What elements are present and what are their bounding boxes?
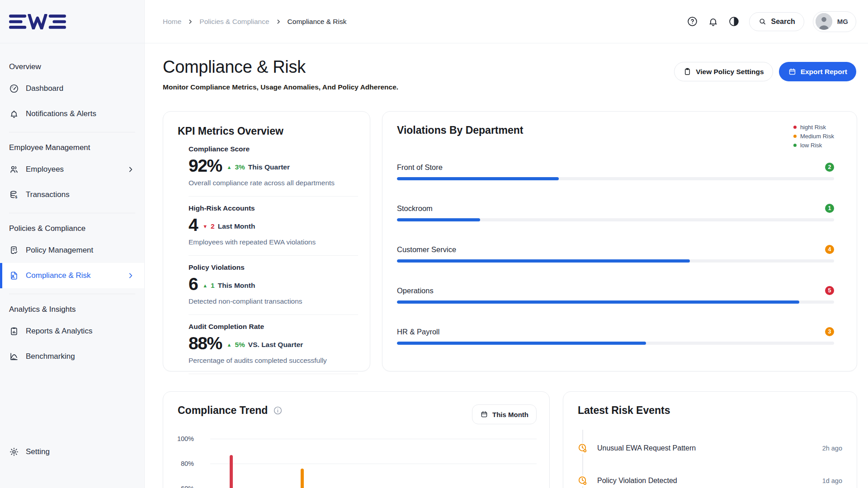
search-icon [758,17,767,26]
bar-fill [397,342,646,345]
risk-event-time: 1d ago [822,477,842,484]
kpi-card-title: KPI Metrics Overview [178,125,358,137]
sidebar-item-label: Dashboard [26,84,63,93]
benchmark-chart-icon [9,352,19,361]
export-report-button[interactable]: Export Report [779,62,856,81]
delta-value: 1 [211,282,215,290]
kpi-value: 6 [189,274,198,294]
bar-track [397,259,834,263]
kpi-description: Employees with repeated EWA violations [189,238,358,246]
sidebar-item-employees[interactable]: Employees [0,157,144,182]
legend-dot-medium [793,135,797,138]
violations-row-front-of-store: Front of Store 2 [397,163,834,180]
delta-up-icon: ▲ [203,283,208,288]
user-menu[interactable]: MG [813,11,856,32]
violation-count-badge: 4 [825,245,834,254]
legend-low-risk: low Risk [793,141,834,150]
page-title: Compliance & Risk [163,57,398,77]
sidebar-item-notifications-alerts[interactable]: Notifications & Alerts [0,101,144,127]
violation-count-badge: 1 [825,204,834,213]
sidebar-item-policy-management[interactable]: Policy Management [0,238,144,263]
kpi-label: Compliance Score [189,145,358,153]
bar-track [397,177,834,180]
delta-suffix: This Month [218,282,255,290]
chevron-right-icon [126,271,135,280]
violations-row-stockroom: Stockroom 1 [397,204,834,221]
legend-label: Medium Risk [800,133,834,140]
delta-down-icon: ▼ [203,224,208,229]
violations-by-department-card: Violations By Department hight Risk Medi… [382,111,857,371]
breadcrumb: Home Policies & Compliance Compliance & … [163,18,347,26]
kpi-audit-completion-rate: Audit Completion Rate 88% ▲ 5% VS. Last … [189,315,358,374]
help-icon[interactable] [687,16,698,27]
risk-event-time: 2h ago [822,445,842,452]
sidebar-item-compliance-risk[interactable]: Compliance & Risk [0,263,144,288]
document-user-icon [9,271,19,281]
department-label: HR & Payroll [397,328,439,336]
search-button[interactable]: Search [749,12,804,31]
gear-icon [9,447,19,457]
violations-row-operations: Operations 5 [397,286,834,304]
trend-period-label: This Month [492,411,528,418]
bar-track [397,218,834,221]
violations-chart: Front of Store 2 Stockroom 1 Customer Se… [397,163,834,345]
risk-event-item[interactable]: Policy Violation Detected 1d ago [577,470,842,488]
delta-suffix: This Quarter [248,163,290,171]
topbar: Home Policies & Compliance Compliance & … [145,0,868,43]
department-label: Customer Service [397,245,456,254]
sidebar-item-reports-analytics[interactable]: Reports & Analytics [0,319,144,344]
chevron-right-icon [187,19,193,25]
legend-dot-high [793,126,797,129]
sidebar-item-benchmarking[interactable]: Benchmarking [0,344,144,369]
page-subtitle: Monitor Compliance Metrics, Usage Anomal… [163,83,398,91]
ews-logo-icon [9,14,66,29]
sidebar-item-transactions[interactable]: $ Transactions [0,182,144,207]
bar-fill [397,218,480,221]
trend-card-title: Compliance Trend [178,404,268,417]
delta-value: 2 [211,222,215,230]
clipboard-icon [683,67,692,76]
view-policy-settings-button[interactable]: View Policy Settings [674,62,773,81]
sidebar-item-setting[interactable]: Setting [0,439,144,465]
nav-section-analytics-insights: Analytics & Insights [0,305,144,314]
sidebar-item-label: Transactions [26,190,70,199]
department-label: Operations [397,286,434,295]
sidebar-item-dashboard[interactable]: Dashboard [0,76,144,101]
brand-logo[interactable] [0,0,144,43]
breadcrumb-policies-compliance[interactable]: Policies & Compliance [199,18,269,26]
bar-fill [397,300,799,304]
gridline-80 [210,464,537,464]
violation-count-badge: 3 [825,327,834,336]
legend-label: hight Risk [800,124,826,131]
kpi-metrics-card: KPI Metrics Overview Compliance Score 92… [163,111,370,371]
calendar-icon [788,67,797,76]
violations-row-customer-service: Customer Service 4 [397,245,834,263]
kpi-description: Detected non-compliant transactions [189,297,358,305]
risk-event-item[interactable]: Unusual EWA Request Pattern 2h ago [577,438,842,459]
sidebar-item-label: Notifications & Alerts [26,109,96,118]
clipboard-chart-icon [9,326,19,336]
info-icon[interactable] [273,406,283,415]
breadcrumb-current: Compliance & Risk [288,18,347,26]
document-check-icon [9,245,19,255]
theme-contrast-icon[interactable] [728,16,740,27]
sidebar-item-label: Setting [26,447,50,456]
bar-track [397,300,834,304]
notifications-bell-icon[interactable] [708,16,719,27]
violations-row-hr-payroll: HR & Payroll 3 [397,327,834,345]
sidebar-item-label: Reports & Analytics [26,327,92,336]
trend-period-filter-button[interactable]: This Month [472,404,537,424]
delta-up-icon: ▲ [227,164,232,170]
nav-section-overview: Overview [0,62,144,71]
clock-alert-icon [577,475,588,486]
violations-card-title: Violations By Department [397,124,834,136]
trend-bar-orange [301,469,304,488]
calendar-icon [480,410,488,418]
user-initials: MG [837,18,848,25]
kpi-label: High-Risk Accounts [189,204,358,212]
latest-risk-events-card: Latest Risk Events Unusual EWA Request P… [563,391,857,488]
sidebar-nav: Overview Dashboard Notifications & Alert… [0,43,144,369]
breadcrumb-home[interactable]: Home [163,18,181,26]
bar-fill [397,177,559,180]
kpi-value: 88% [189,333,222,353]
